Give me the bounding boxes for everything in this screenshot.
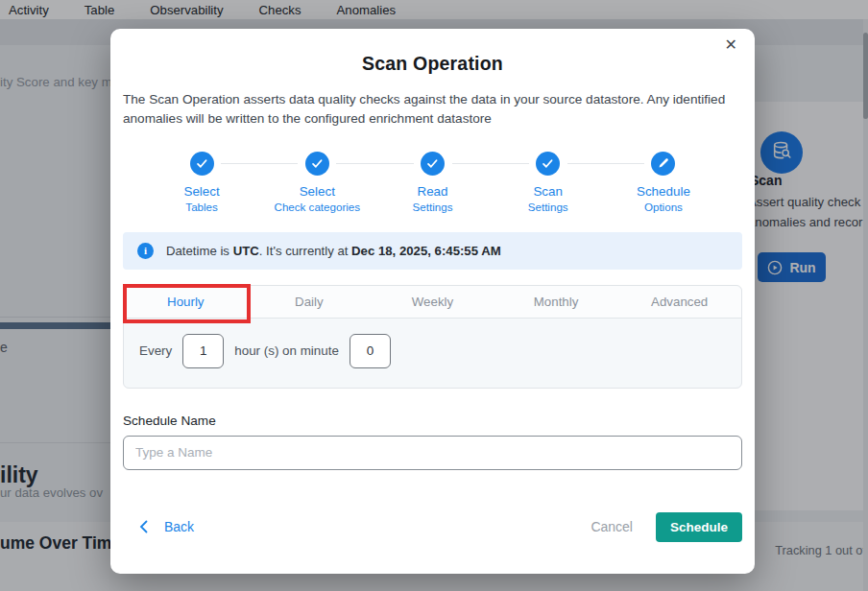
check-icon — [421, 152, 445, 176]
close-icon[interactable]: ✕ — [721, 34, 741, 57]
hour-value-input[interactable] — [182, 334, 224, 368]
back-label: Back — [164, 519, 194, 534]
cancel-button[interactable]: Cancel — [591, 519, 633, 534]
frequency-tabs-container: Hourly Daily Weekly Monthly Advanced Eve… — [123, 285, 742, 389]
utc-info-banner: i Datetime is UTC. It's currently at Dec… — [123, 232, 742, 270]
step-sublabel: Check categories — [275, 201, 361, 213]
modal-footer: Back Cancel Schedule — [123, 512, 742, 542]
step-sublabel: Tables — [185, 201, 218, 213]
step-sublabel: Settings — [413, 201, 453, 213]
step-label: Select — [300, 184, 335, 199]
step-label: Select — [183, 184, 219, 199]
minute-value-input[interactable] — [350, 334, 391, 368]
step-sublabel: Options — [644, 201, 683, 213]
hourly-panel: Every hour (s) on minute — [124, 319, 741, 388]
tab-weekly[interactable]: Weekly — [371, 286, 494, 318]
back-button[interactable]: Back — [123, 519, 194, 534]
check-icon — [190, 152, 214, 176]
step-schedule-options[interactable]: Schedule Options — [606, 152, 721, 213]
step-sublabel: Settings — [528, 201, 568, 213]
step-scan-settings[interactable]: Scan Settings — [491, 152, 606, 213]
step-label: Scan — [533, 184, 563, 199]
scan-operation-modal: ✕ Scan Operation The Scan Operation asse… — [110, 29, 755, 574]
tab-daily[interactable]: Daily — [248, 286, 372, 318]
step-label: Read — [418, 184, 448, 199]
tab-advanced[interactable]: Advanced — [617, 286, 741, 318]
banner-text: Datetime is UTC. It's currently at Dec 1… — [166, 244, 501, 258]
info-icon: i — [137, 243, 154, 259]
edit-icon — [651, 152, 675, 176]
step-read-settings[interactable]: Read Settings — [374, 152, 490, 213]
modal-title: Scan Operation — [123, 53, 742, 75]
footer-actions: Cancel Schedule — [591, 512, 742, 542]
chevron-left-icon — [139, 520, 148, 533]
check-icon — [536, 152, 560, 176]
schedule-name-label: Schedule Name — [123, 414, 742, 428]
step-label: Schedule — [637, 184, 690, 199]
modal-description: The Scan Operation asserts data quality … — [123, 90, 742, 130]
tab-hourly[interactable]: Hourly — [124, 286, 248, 318]
unit-label: hour (s) on minute — [234, 343, 339, 358]
wizard-stepper: Select Tables Select Check categories Re… — [123, 152, 742, 213]
check-icon — [305, 152, 329, 176]
frequency-tab-row: Hourly Daily Weekly Monthly Advanced — [124, 286, 741, 319]
tab-monthly[interactable]: Monthly — [494, 286, 618, 318]
step-select-tables[interactable]: Select Tables — [144, 152, 259, 213]
step-select-check-categories[interactable]: Select Check categories — [259, 152, 374, 213]
schedule-button[interactable]: Schedule — [656, 512, 742, 542]
schedule-name-input[interactable] — [123, 436, 742, 470]
every-label: Every — [139, 343, 172, 358]
